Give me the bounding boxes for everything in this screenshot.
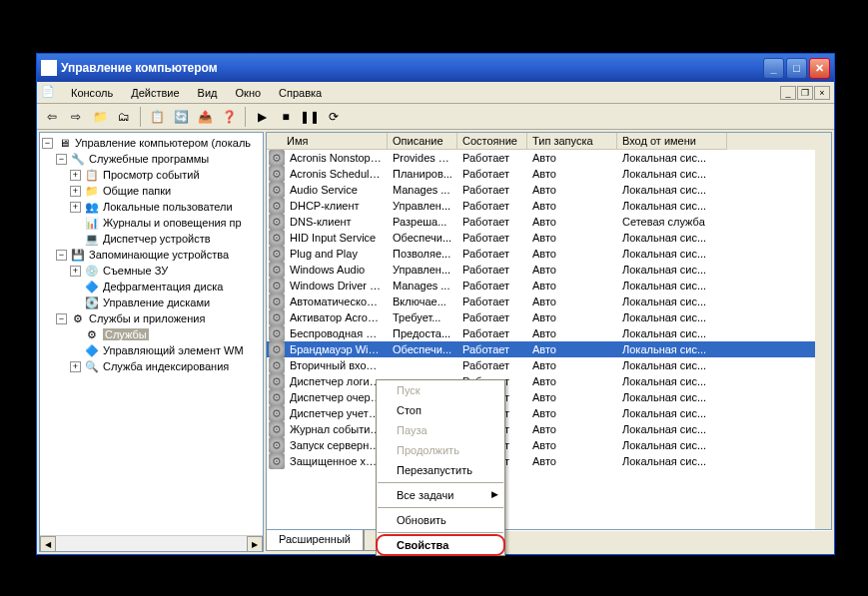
scroll-right-icon[interactable]: ▶ (247, 536, 263, 552)
pause-button[interactable]: ❚❚ (299, 106, 321, 128)
ctx-refresh[interactable]: Обновить (377, 510, 504, 530)
tree-item[interactable]: +📋Просмотр событий (42, 167, 261, 183)
back-button[interactable]: ⇦ (41, 106, 63, 128)
refresh-button[interactable]: 🔄 (170, 106, 192, 128)
export-button[interactable]: 📤 (194, 106, 216, 128)
forward-button[interactable]: ⇨ (65, 106, 87, 128)
tree-toggle-icon[interactable]: + (70, 170, 81, 181)
tree-item[interactable]: 💻Диспетчер устройств (42, 231, 261, 247)
tree-toggle-icon[interactable]: + (70, 361, 81, 372)
col-name[interactable]: Имя (267, 133, 388, 150)
restart-button[interactable]: ⟳ (323, 106, 345, 128)
service-row[interactable]: Беспроводная нас...Предоста...РаботаетАв… (267, 325, 831, 341)
ctx-start[interactable]: Пуск (377, 380, 504, 400)
ctx-stop[interactable]: Стоп (377, 400, 504, 420)
doc-icon: 📄 (41, 85, 57, 101)
tree-item[interactable]: −💾Запоминающие устройства (42, 247, 261, 263)
tree-item[interactable]: +📁Общие папки (42, 183, 261, 199)
cell-start: Авто (527, 296, 617, 307)
up-button[interactable]: 📁 (89, 106, 111, 128)
service-row[interactable]: Активатор Acronis...Требует...РаботаетАв… (267, 309, 831, 325)
service-row[interactable]: Acronis Scheduler2 ...Планиров...Работае… (267, 166, 831, 182)
ctx-properties[interactable]: Свойства (377, 535, 504, 555)
tree-item[interactable]: ⚙Службы (42, 326, 261, 342)
service-row[interactable]: Защищенное хра...РаботаетАвтоЛокальная с… (267, 453, 831, 469)
ctx-alltasks[interactable]: Все задачи▶ (377, 485, 504, 505)
tree-toggle-button[interactable]: 🗂 (113, 106, 135, 128)
service-row[interactable]: Windows AudioУправлен...РаботаетАвтоЛока… (267, 262, 831, 278)
menu-action[interactable]: Действие (123, 84, 187, 102)
scroll-left-icon[interactable]: ◀ (40, 536, 56, 552)
cell-desc: Предоста... (388, 327, 457, 339)
props-button[interactable]: 📋 (146, 106, 168, 128)
play-button[interactable]: ▶ (251, 106, 273, 128)
tree-item[interactable]: +🔍Служба индексирования (42, 358, 261, 374)
service-row[interactable]: DNS-клиентРазреша...РаботаетАвтоСетевая … (267, 214, 831, 230)
cell-logon: Локальная сис... (617, 439, 727, 451)
col-logon[interactable]: Вход от имени (617, 133, 727, 150)
tree-item[interactable]: −🔧Служебные программы (42, 151, 261, 167)
service-row[interactable]: Диспетчер логич...РаботаетАвтоЛокальная … (267, 373, 831, 389)
menu-console[interactable]: Консоль (63, 84, 121, 102)
tree-item[interactable]: −⚙Службы и приложения (42, 310, 261, 326)
service-row[interactable]: Диспетчер очере...РаботаетАвтоЛокальная … (267, 389, 831, 405)
tree-item[interactable]: +👥Локальные пользователи (42, 199, 261, 215)
service-row[interactable]: Журнал событий ...РаботаетАвтоЛокальная … (267, 421, 831, 437)
maximize-button[interactable]: □ (786, 58, 807, 79)
ctx-resume[interactable]: Продолжить (377, 440, 504, 460)
service-row[interactable]: DHCP-клиентУправлен...РаботаетАвтоЛокаль… (267, 198, 831, 214)
service-row[interactable]: Windows Driver Fo...Manages ...РаботаетА… (267, 278, 831, 294)
minimize-button[interactable]: _ (763, 58, 784, 79)
ctx-pause[interactable]: Пауза (377, 420, 504, 440)
tree-hscrollbar[interactable]: ◀ ▶ (40, 535, 263, 551)
service-row[interactable]: Вторичный вход ...РаботаетАвтоЛокальная … (267, 357, 831, 373)
menu-help[interactable]: Справка (271, 84, 330, 102)
cell-start: Авто (527, 248, 617, 260)
service-row[interactable]: Audio ServiceManages ...РаботаетАвтоЛока… (267, 182, 831, 198)
mdi-minimize[interactable]: _ (780, 86, 796, 100)
service-row[interactable]: Диспетчер учетн...РаботаетАвтоЛокальная … (267, 405, 831, 421)
tree-item[interactable]: 📊Журналы и оповещения пр (42, 215, 261, 231)
tree-item[interactable]: 💽Управление дисками (42, 295, 261, 310)
tree-toggle-icon[interactable]: + (70, 202, 81, 213)
service-row[interactable]: Plug and PlayПозволяе...РаботаетАвтоЛока… (267, 246, 831, 262)
cell-state: Работает (457, 152, 527, 164)
tree-item[interactable]: 🔷Управляющий элемент WM (42, 342, 261, 358)
titlebar[interactable]: 🖥 Управление компьютером _ □ ✕ (37, 54, 834, 82)
tree-toggle-icon[interactable]: − (56, 250, 67, 261)
cell-start: Авто (527, 423, 617, 435)
cell-logon: Сетевая служба (617, 216, 727, 228)
col-start[interactable]: Тип запуска (527, 133, 617, 150)
tree-item[interactable]: 🔷Дефрагментация диска (42, 279, 261, 295)
help-button[interactable]: ❓ (218, 106, 240, 128)
tree-toggle-icon[interactable]: − (56, 313, 67, 324)
cell-name: Диспетчер логич... (285, 375, 388, 387)
tree-toggle-icon[interactable]: + (70, 266, 81, 277)
mdi-restore[interactable]: ❐ (797, 86, 813, 100)
service-row[interactable]: HID Input ServiceОбеспечи...РаботаетАвто… (267, 230, 831, 246)
scroll-track[interactable] (56, 536, 247, 551)
service-row[interactable]: Acronis Nonstop Ba...Provides n...Работа… (267, 150, 831, 166)
tab-extended[interactable]: Расширенный (266, 530, 364, 551)
tree-toggle-icon[interactable]: − (42, 138, 53, 149)
tree-item[interactable]: −🖥Управление компьютером (локаль (42, 135, 261, 151)
tree-toggle-icon[interactable]: − (56, 154, 67, 165)
col-desc[interactable]: Описание (388, 133, 457, 150)
ctx-restart[interactable]: Перезапустить (377, 460, 504, 480)
service-row[interactable]: Запуск серверны...РаботаетАвтоЛокальная … (267, 437, 831, 453)
mdi-close[interactable]: × (814, 86, 830, 100)
service-row[interactable]: Брандмауэр Windo...Обеспечи...РаботаетАв… (267, 341, 831, 357)
service-row[interactable]: Автоматическое о...Включае...РаботаетАвт… (267, 294, 831, 309)
service-icon (269, 214, 285, 230)
service-icon (269, 309, 285, 325)
stop-button[interactable]: ■ (275, 106, 297, 128)
tree-toggle-icon[interactable]: + (70, 186, 81, 197)
menu-window[interactable]: Окно (228, 84, 270, 102)
cell-state: Работает (457, 280, 527, 292)
cell-start: Авто (527, 391, 617, 403)
col-state[interactable]: Состояние (457, 133, 527, 150)
list-vscrollbar[interactable] (815, 150, 831, 529)
close-button[interactable]: ✕ (809, 58, 830, 79)
tree-item[interactable]: +💿Съемные ЗУ (42, 263, 261, 279)
menu-view[interactable]: Вид (190, 84, 226, 102)
